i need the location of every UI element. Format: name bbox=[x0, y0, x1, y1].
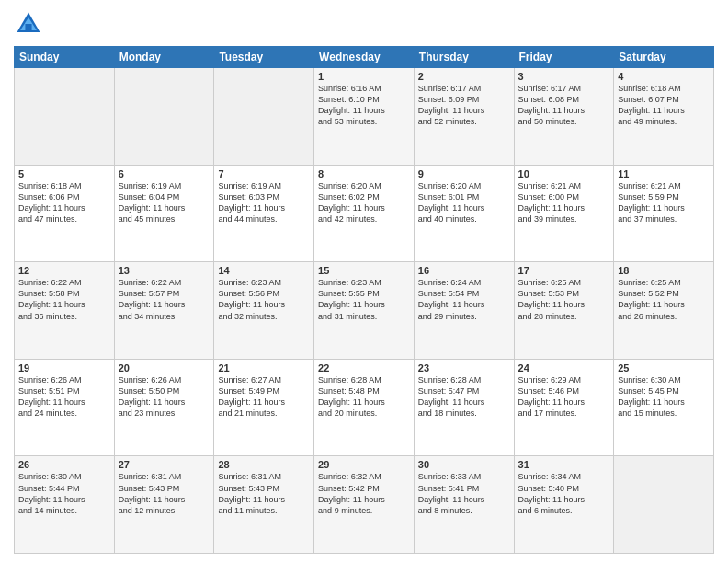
day-number: 1 bbox=[318, 71, 410, 82]
calendar-week-row: 1Sunrise: 6:16 AM Sunset: 6:10 PM Daylig… bbox=[15, 68, 714, 166]
day-number: 28 bbox=[218, 459, 310, 470]
day-number: 21 bbox=[218, 362, 310, 373]
calendar-cell: 12Sunrise: 6:22 AM Sunset: 5:58 PM Dayli… bbox=[15, 262, 115, 360]
calendar-cell: 30Sunrise: 6:33 AM Sunset: 5:41 PM Dayli… bbox=[414, 456, 514, 554]
calendar-cell bbox=[15, 68, 115, 166]
page: Sunday Monday Tuesday Wednesday Thursday… bbox=[0, 0, 728, 563]
day-info: Sunrise: 6:31 AM Sunset: 5:43 PM Dayligh… bbox=[218, 471, 310, 516]
day-info: Sunrise: 6:19 AM Sunset: 6:04 PM Dayligh… bbox=[119, 180, 210, 225]
day-info: Sunrise: 6:28 AM Sunset: 5:47 PM Dayligh… bbox=[418, 374, 510, 419]
day-number: 16 bbox=[418, 265, 510, 276]
day-info: Sunrise: 6:22 AM Sunset: 5:58 PM Dayligh… bbox=[18, 277, 110, 322]
header bbox=[14, 9, 714, 39]
calendar-cell bbox=[214, 68, 314, 166]
day-info: Sunrise: 6:18 AM Sunset: 6:06 PM Dayligh… bbox=[18, 180, 110, 225]
calendar-cell: 22Sunrise: 6:28 AM Sunset: 5:48 PM Dayli… bbox=[314, 359, 415, 456]
day-number: 23 bbox=[418, 362, 510, 373]
calendar-cell: 8Sunrise: 6:20 AM Sunset: 6:02 PM Daylig… bbox=[314, 165, 415, 262]
day-info: Sunrise: 6:17 AM Sunset: 6:09 PM Dayligh… bbox=[418, 83, 510, 128]
day-number: 18 bbox=[618, 265, 710, 276]
day-number: 24 bbox=[518, 362, 610, 373]
day-number: 31 bbox=[518, 459, 610, 470]
day-info: Sunrise: 6:30 AM Sunset: 5:45 PM Dayligh… bbox=[618, 374, 710, 419]
day-number: 3 bbox=[518, 71, 610, 82]
day-info: Sunrise: 6:21 AM Sunset: 6:00 PM Dayligh… bbox=[518, 180, 610, 225]
calendar-cell: 3Sunrise: 6:17 AM Sunset: 6:08 PM Daylig… bbox=[514, 68, 614, 166]
calendar-cell: 19Sunrise: 6:26 AM Sunset: 5:51 PM Dayli… bbox=[15, 359, 115, 456]
day-info: Sunrise: 6:28 AM Sunset: 5:48 PM Dayligh… bbox=[318, 374, 410, 419]
calendar-cell: 15Sunrise: 6:23 AM Sunset: 5:55 PM Dayli… bbox=[314, 262, 415, 360]
col-thursday: Thursday bbox=[414, 47, 514, 68]
day-info: Sunrise: 6:29 AM Sunset: 5:46 PM Dayligh… bbox=[518, 374, 610, 419]
calendar-cell: 20Sunrise: 6:26 AM Sunset: 5:50 PM Dayli… bbox=[114, 359, 214, 456]
day-info: Sunrise: 6:33 AM Sunset: 5:41 PM Dayligh… bbox=[418, 471, 510, 516]
day-number: 7 bbox=[218, 168, 310, 179]
day-info: Sunrise: 6:25 AM Sunset: 5:52 PM Dayligh… bbox=[618, 277, 710, 322]
day-number: 19 bbox=[18, 362, 110, 373]
calendar-cell: 17Sunrise: 6:25 AM Sunset: 5:53 PM Dayli… bbox=[514, 262, 614, 360]
day-number: 15 bbox=[318, 265, 410, 276]
col-sunday: Sunday bbox=[15, 47, 115, 68]
day-info: Sunrise: 6:20 AM Sunset: 6:02 PM Dayligh… bbox=[318, 180, 410, 225]
calendar-cell: 11Sunrise: 6:21 AM Sunset: 5:59 PM Dayli… bbox=[614, 165, 714, 262]
calendar-cell: 26Sunrise: 6:30 AM Sunset: 5:44 PM Dayli… bbox=[15, 456, 115, 554]
calendar-cell: 2Sunrise: 6:17 AM Sunset: 6:09 PM Daylig… bbox=[414, 68, 514, 166]
day-number: 12 bbox=[18, 265, 110, 276]
col-monday: Monday bbox=[114, 47, 214, 68]
col-friday: Friday bbox=[514, 47, 614, 68]
day-number: 10 bbox=[518, 168, 610, 179]
day-number: 2 bbox=[418, 71, 510, 82]
calendar-cell: 16Sunrise: 6:24 AM Sunset: 5:54 PM Dayli… bbox=[414, 262, 514, 360]
calendar-cell: 9Sunrise: 6:20 AM Sunset: 6:01 PM Daylig… bbox=[414, 165, 514, 262]
day-number: 4 bbox=[618, 71, 710, 82]
day-number: 8 bbox=[318, 168, 410, 179]
calendar-cell: 21Sunrise: 6:27 AM Sunset: 5:49 PM Dayli… bbox=[214, 359, 314, 456]
calendar-cell: 5Sunrise: 6:18 AM Sunset: 6:06 PM Daylig… bbox=[15, 165, 115, 262]
calendar-week-row: 26Sunrise: 6:30 AM Sunset: 5:44 PM Dayli… bbox=[15, 456, 714, 554]
day-info: Sunrise: 6:32 AM Sunset: 5:42 PM Dayligh… bbox=[318, 471, 410, 516]
day-info: Sunrise: 6:20 AM Sunset: 6:01 PM Dayligh… bbox=[418, 180, 510, 225]
day-info: Sunrise: 6:21 AM Sunset: 5:59 PM Dayligh… bbox=[618, 180, 710, 225]
day-info: Sunrise: 6:23 AM Sunset: 5:55 PM Dayligh… bbox=[318, 277, 410, 322]
calendar-cell: 18Sunrise: 6:25 AM Sunset: 5:52 PM Dayli… bbox=[614, 262, 714, 360]
calendar-cell: 14Sunrise: 6:23 AM Sunset: 5:56 PM Dayli… bbox=[214, 262, 314, 360]
day-info: Sunrise: 6:31 AM Sunset: 5:43 PM Dayligh… bbox=[119, 471, 210, 516]
day-info: Sunrise: 6:23 AM Sunset: 5:56 PM Dayligh… bbox=[218, 277, 310, 322]
day-number: 20 bbox=[119, 362, 210, 373]
day-info: Sunrise: 6:22 AM Sunset: 5:57 PM Dayligh… bbox=[119, 277, 210, 322]
calendar-cell: 7Sunrise: 6:19 AM Sunset: 6:03 PM Daylig… bbox=[214, 165, 314, 262]
day-number: 13 bbox=[119, 265, 210, 276]
day-info: Sunrise: 6:24 AM Sunset: 5:54 PM Dayligh… bbox=[418, 277, 510, 322]
day-info: Sunrise: 6:26 AM Sunset: 5:50 PM Dayligh… bbox=[119, 374, 210, 419]
logo-icon bbox=[14, 9, 43, 39]
calendar-cell: 6Sunrise: 6:19 AM Sunset: 6:04 PM Daylig… bbox=[114, 165, 214, 262]
calendar-week-row: 5Sunrise: 6:18 AM Sunset: 6:06 PM Daylig… bbox=[15, 165, 714, 262]
calendar-cell: 25Sunrise: 6:30 AM Sunset: 5:45 PM Dayli… bbox=[614, 359, 714, 456]
day-info: Sunrise: 6:34 AM Sunset: 5:40 PM Dayligh… bbox=[518, 471, 610, 516]
day-number: 26 bbox=[18, 459, 110, 470]
day-number: 11 bbox=[618, 168, 710, 179]
day-info: Sunrise: 6:27 AM Sunset: 5:49 PM Dayligh… bbox=[218, 374, 310, 419]
day-number: 17 bbox=[518, 265, 610, 276]
day-info: Sunrise: 6:18 AM Sunset: 6:07 PM Dayligh… bbox=[618, 83, 710, 128]
col-saturday: Saturday bbox=[614, 47, 714, 68]
col-wednesday: Wednesday bbox=[314, 47, 415, 68]
calendar-cell: 10Sunrise: 6:21 AM Sunset: 6:00 PM Dayli… bbox=[514, 165, 614, 262]
day-number: 27 bbox=[119, 459, 210, 470]
calendar-cell: 24Sunrise: 6:29 AM Sunset: 5:46 PM Dayli… bbox=[514, 359, 614, 456]
day-number: 25 bbox=[618, 362, 710, 373]
day-info: Sunrise: 6:17 AM Sunset: 6:08 PM Dayligh… bbox=[518, 83, 610, 128]
day-number: 9 bbox=[418, 168, 510, 179]
calendar-cell bbox=[614, 456, 714, 554]
calendar-cell bbox=[114, 68, 214, 166]
day-info: Sunrise: 6:30 AM Sunset: 5:44 PM Dayligh… bbox=[18, 471, 110, 516]
day-number: 6 bbox=[119, 168, 210, 179]
calendar: Sunday Monday Tuesday Wednesday Thursday… bbox=[14, 46, 714, 554]
day-info: Sunrise: 6:25 AM Sunset: 5:53 PM Dayligh… bbox=[518, 277, 610, 322]
day-number: 14 bbox=[218, 265, 310, 276]
day-number: 22 bbox=[318, 362, 410, 373]
calendar-cell: 1Sunrise: 6:16 AM Sunset: 6:10 PM Daylig… bbox=[314, 68, 415, 166]
day-number: 29 bbox=[318, 459, 410, 470]
calendar-cell: 31Sunrise: 6:34 AM Sunset: 5:40 PM Dayli… bbox=[514, 456, 614, 554]
day-info: Sunrise: 6:26 AM Sunset: 5:51 PM Dayligh… bbox=[18, 374, 110, 419]
